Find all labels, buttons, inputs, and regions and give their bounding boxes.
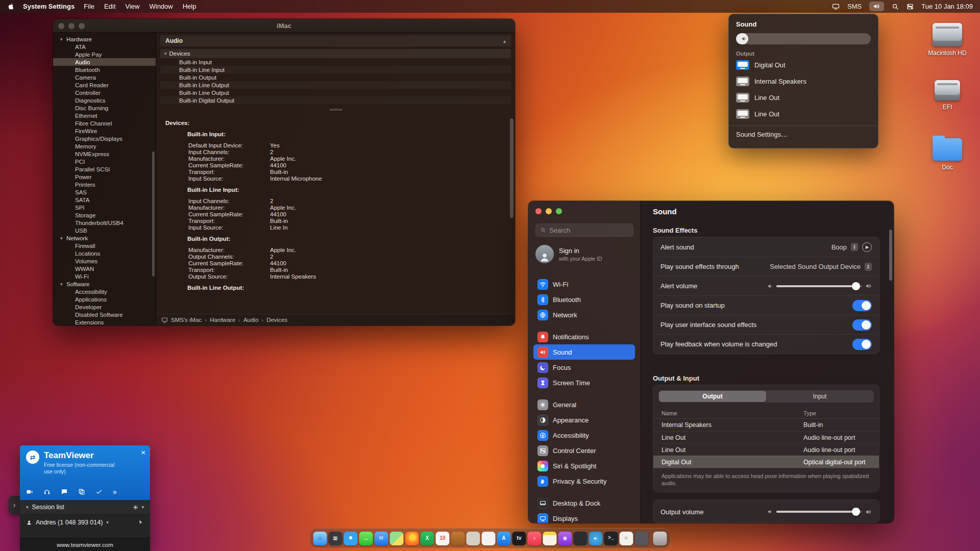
sysinfo-sidebar-item-controller[interactable]: Controller [53, 89, 156, 96]
dock-app-podcasts[interactable]: ◉ [558, 532, 572, 545]
desktop-icon-macintosh-hd[interactable]: Macintosh HD [917, 23, 978, 57]
menu-edit[interactable]: Edit [104, 3, 115, 10]
play-alert-sound-button[interactable]: ▶ [862, 242, 872, 252]
toggle-play-user-interface-sound-effects[interactable] [852, 319, 872, 331]
slider-knob[interactable] [852, 282, 860, 290]
sound-output-device-digital-out-0[interactable]: Digital Out [736, 57, 871, 73]
teamviewer-website[interactable]: www.teamviewer.com [57, 542, 113, 548]
dock-app-launchpad[interactable]: ▦ [329, 532, 342, 545]
zoom-button[interactable] [556, 208, 562, 214]
sysinfo-sidebar-item-storage[interactable]: Storage [53, 211, 156, 219]
menu-help[interactable]: Help [183, 3, 197, 10]
dock-app-trash[interactable] [653, 532, 667, 545]
toggle-play-sound-on-startup[interactable] [852, 300, 872, 311]
dock-app-excel[interactable]: X [421, 532, 434, 545]
settings-sidebar-item-privacy-security[interactable]: Privacy & Security [533, 473, 635, 489]
sysinfo-sidebar-item-ethernet[interactable]: Ethernet [53, 112, 156, 119]
dock-app-terminal[interactable]: >_ [604, 532, 618, 545]
sysinfo-sidebar-item-usb[interactable]: USB [53, 227, 156, 234]
dock-app-maps[interactable] [390, 532, 404, 545]
screen-mirroring-icon[interactable] [832, 3, 840, 10]
chat-icon[interactable] [61, 488, 68, 495]
apple-id-signin[interactable]: Sign in with your Apple ID [535, 245, 602, 263]
sysinfo-sidebar-item-disabled-software[interactable]: Disabled Software [53, 311, 156, 318]
settings-sidebar-item-desktop-dock[interactable]: Desktop & Dock [533, 495, 635, 511]
dock-app-pages[interactable] [482, 532, 496, 545]
sysinfo-sidebar-item-bluetooth[interactable]: Bluetooth [53, 66, 156, 73]
voice-call-icon[interactable] [43, 488, 51, 495]
status-sms-label[interactable]: SMS [847, 3, 862, 10]
settings-sidebar-item-accessibility[interactable]: Accessibility [533, 428, 635, 443]
menu-volume-slider[interactable] [736, 33, 871, 44]
sysinfo-sidebar-item-sas[interactable]: SAS [53, 188, 156, 196]
detail-scrollbar[interactable] [510, 118, 513, 218]
sysinfo-sidebar-item-applications[interactable]: Applications [53, 295, 156, 303]
output-volume-slider[interactable] [767, 509, 872, 515]
device-row-built-in-line-output-4[interactable]: Built-in Line Output [160, 89, 511, 96]
dock-app-textedit[interactable]: ≡ [620, 532, 633, 545]
dock-app-mail[interactable]: ✉ [375, 532, 388, 545]
whiteboard-icon[interactable] [95, 488, 103, 495]
menu-view[interactable]: View [126, 3, 140, 10]
dock-app-tv[interactable]: tv [512, 532, 526, 545]
sysinfo-sidebar-item-fibre-channel[interactable]: Fibre Channel [53, 119, 156, 127]
pane-splitter-handle[interactable] [329, 109, 342, 111]
device-table-row-digital-out-3[interactable]: Digital OutOptical digital-out port [653, 456, 879, 468]
sysinfo-sidebar-item-thunderbolt-usb4[interactable]: Thunderbolt/USB4 [53, 219, 156, 227]
dock-app-calendar[interactable]: 10 [436, 532, 450, 545]
tab-output[interactable]: Output [659, 391, 766, 402]
sysinfo-sidebar-item-parallel-scsi[interactable]: Parallel SCSI [53, 165, 156, 173]
minimize-button[interactable] [68, 23, 75, 29]
device-row-built-in-digital-output-5[interactable]: Built-in Digital Output [160, 96, 511, 104]
toggle-play-feedback-when-volume-is-changed[interactable] [852, 339, 872, 350]
sysinfo-sidebar-item-locations[interactable]: Locations [53, 249, 156, 257]
settings-sidebar-item-wi-fi[interactable]: Wi-Fi [533, 277, 635, 292]
device-row-built-in-input-0[interactable]: Built-in Input [160, 58, 511, 66]
dock-app-app-store[interactable]: A [497, 532, 511, 545]
sysinfo-sidebar-item-volumes[interactable]: Volumes [53, 257, 156, 265]
desktop-icon-efi[interactable]: EFI [917, 80, 978, 111]
zoom-button[interactable] [79, 23, 85, 29]
session-user-row[interactable]: Andres (1 048 393 014) ▾ [20, 515, 150, 530]
dock-app-firefox[interactable] [405, 532, 419, 545]
sound-output-device-line-out-3[interactable]: Line Out [736, 106, 871, 122]
close-icon[interactable]: × [141, 448, 145, 457]
sysinfo-sidebar-item-ata[interactable]: ATA [53, 43, 156, 51]
device-row-built-in-line-input-1[interactable]: Built-in Line Input [160, 66, 511, 73]
dock-app-pixelmator[interactable] [574, 532, 587, 545]
sysinfo-sidebar-item-firewire[interactable]: FireWire [53, 127, 156, 135]
close-button[interactable] [58, 23, 64, 29]
settings-sidebar-item-screen-time[interactable]: Screen Time [533, 375, 635, 390]
sysinfo-sidebar-item-firewall[interactable]: Firewall [53, 242, 156, 249]
sysinfo-sidebar-item-pci[interactable]: PCI [53, 158, 156, 165]
sysinfo-sidebar-item-power[interactable]: Power [53, 173, 156, 181]
dock-app-telegram[interactable]: ▸ [589, 532, 603, 545]
spotlight-search-icon[interactable] [892, 3, 899, 10]
dock-app-books[interactable] [451, 532, 465, 545]
settings-sidebar-item-focus[interactable]: Focus [533, 360, 635, 375]
minimize-button[interactable] [546, 208, 552, 214]
sysinfo-sidebar-item-sata[interactable]: SATA [53, 196, 156, 204]
sysinfo-sidebar-item-camera[interactable]: Camera [53, 73, 156, 81]
settings-sidebar-item-appearance[interactable]: Appearance [533, 412, 635, 428]
sound-output-device-line-out-2[interactable]: Line Out [736, 89, 871, 106]
sysinfo-sidebar-item-disc-burning[interactable]: Disc Burning [53, 104, 156, 112]
sysinfo-sidebar-item-network[interactable]: ▾Network [53, 234, 156, 242]
apple-menu[interactable] [7, 3, 15, 10]
sysinfo-sidebar-item-printers[interactable]: Printers [53, 181, 156, 188]
sysinfo-sidebar-item-memory[interactable]: Memory [53, 142, 156, 150]
sysinfo-sidebar-item-spi[interactable]: SPI [53, 204, 156, 211]
settings-sidebar-item-siri-spotlight[interactable]: Siri & Spotlight [533, 458, 635, 473]
sysinfo-sidebar-item-graphics-displays[interactable]: Graphics/Displays [53, 135, 156, 142]
settings-search-field[interactable]: Search [535, 223, 633, 237]
sound-settings-link[interactable]: Sound Settings… [736, 131, 871, 138]
slider-knob[interactable] [852, 508, 860, 516]
settings-sidebar-item-sound[interactable]: Sound [533, 344, 635, 360]
settings-sidebar-item-bluetooth[interactable]: Bluetooth [533, 292, 635, 307]
sound-output-device-internal-speakers-1[interactable]: Internal Speakers [736, 73, 871, 89]
main-scrollbar[interactable] [889, 230, 892, 281]
tab-input[interactable]: Input [766, 391, 873, 402]
sysinfo-sidebar-item-extensions[interactable]: Extensions [53, 318, 156, 325]
remote-cursor-icon[interactable] [138, 519, 144, 525]
device-table-row-line-out-2[interactable]: Line OutAudio line-out port [653, 443, 879, 456]
